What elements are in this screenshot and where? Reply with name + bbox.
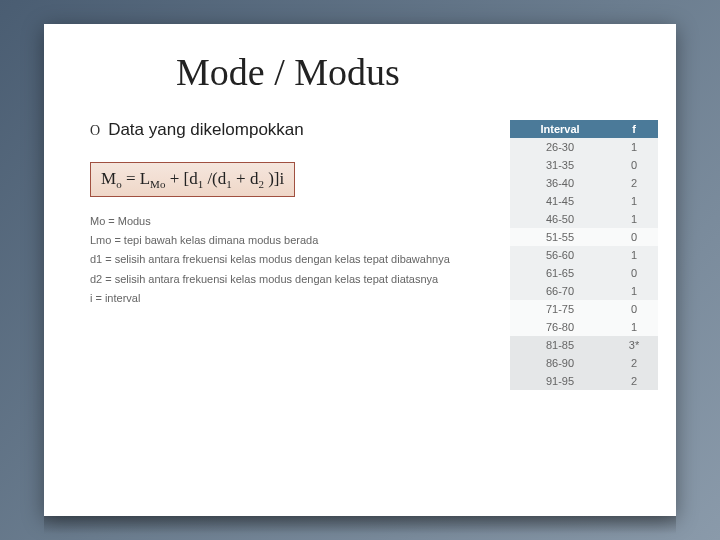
cell-f: 0 [610,300,658,318]
cell-f: 1 [610,210,658,228]
formula-slash: /( [203,169,218,188]
bullet-marker: O [90,123,100,139]
cell-f: 2 [610,174,658,192]
definition-desc: selisih antara frekuensi kelas modus den… [115,253,450,265]
slide-title: Mode / Modus [176,50,658,94]
table-row: 31-350 [510,156,658,174]
cell-f: 0 [610,228,658,246]
bullet-text: Data yang dikelompokkan [108,120,304,140]
cell-interval: 26-30 [510,138,610,156]
formula-box: Mo = LMo + [d1 /(d1 + d2 )]i [90,162,295,197]
cell-f: 0 [610,264,658,282]
cell-interval: 86-90 [510,354,610,372]
formula-d1: d [189,169,198,188]
cell-interval: 76-80 [510,318,610,336]
cell-interval: 31-35 [510,156,610,174]
formula-i: i [279,169,284,188]
formula-d1b: d [218,169,227,188]
table-row: 51-550 [510,228,658,246]
definition-row: Lmo=tepi bawah kelas dimana modus berada [90,232,490,249]
table-row: 41-451 [510,192,658,210]
definition-eq: = [111,234,123,246]
slide: Mode / Modus O Data yang dikelompokkan M… [44,24,676,516]
col-f: f [610,120,658,138]
cell-f: 1 [610,192,658,210]
table-row: 56-601 [510,246,658,264]
cell-interval: 91-95 [510,372,610,390]
table-row: 76-801 [510,318,658,336]
table-header-row: Interval f [510,120,658,138]
table-row: 81-853* [510,336,658,354]
definition-eq: = [102,253,114,265]
definition-desc: tepi bawah kelas dimana modus berada [124,234,318,246]
left-column: O Data yang dikelompokkan Mo = LMo + [d1… [84,120,490,390]
definition-desc: Modus [118,215,151,227]
cell-f: 1 [610,138,658,156]
definitions-block: Mo=ModusLmo=tepi bawah kelas dimana modu… [90,213,490,306]
cell-f: 1 [610,282,658,300]
formula-L-sub: Mo [150,178,165,190]
formula-L: L [140,169,150,188]
definition-row: d1=selisih antara frekuensi kelas modus … [90,251,490,268]
cell-interval: 66-70 [510,282,610,300]
definition-row: i=interval [90,290,490,307]
definition-eq: = [105,215,117,227]
col-interval: Interval [510,120,610,138]
table-row: 91-952 [510,372,658,390]
cell-interval: 56-60 [510,246,610,264]
cell-interval: 51-55 [510,228,610,246]
frequency-table: Interval f 26-30131-35036-40241-45146-50… [510,120,658,390]
cell-f: 1 [610,246,658,264]
table-row: 86-902 [510,354,658,372]
definition-eq: = [102,273,114,285]
cell-f: 1 [610,318,658,336]
table-row: 36-402 [510,174,658,192]
cell-f: 0 [610,156,658,174]
content-row: O Data yang dikelompokkan Mo = LMo + [d1… [84,120,658,390]
definition-term: d1 [90,253,102,265]
definition-row: Mo=Modus [90,213,490,230]
cell-f: 3* [610,336,658,354]
cell-interval: 36-40 [510,174,610,192]
cell-f: 2 [610,372,658,390]
cell-f: 2 [610,354,658,372]
definition-desc: selisih antara frekuensi kelas modus den… [115,273,438,285]
formula-close: )] [264,169,280,188]
bullet-item: O Data yang dikelompokkan [90,120,490,140]
formula-eq: = [122,169,140,188]
definition-desc: interval [105,292,140,304]
formula-plus2: + [232,169,250,188]
cell-interval: 46-50 [510,210,610,228]
table-row: 71-750 [510,300,658,318]
cell-interval: 81-85 [510,336,610,354]
definition-term: d2 [90,273,102,285]
definition-eq: = [92,292,104,304]
right-column: Interval f 26-30131-35036-40241-45146-50… [510,120,658,390]
formula-open: + [ [165,169,189,188]
table-row: 26-301 [510,138,658,156]
table-row: 46-501 [510,210,658,228]
definition-term: Mo [90,215,105,227]
cell-interval: 61-65 [510,264,610,282]
formula-mo: M [101,169,116,188]
table-row: 61-650 [510,264,658,282]
definition-term: Lmo [90,234,111,246]
table-row: 66-701 [510,282,658,300]
cell-interval: 71-75 [510,300,610,318]
cell-interval: 41-45 [510,192,610,210]
definition-row: d2=selisih antara frekuensi kelas modus … [90,271,490,288]
